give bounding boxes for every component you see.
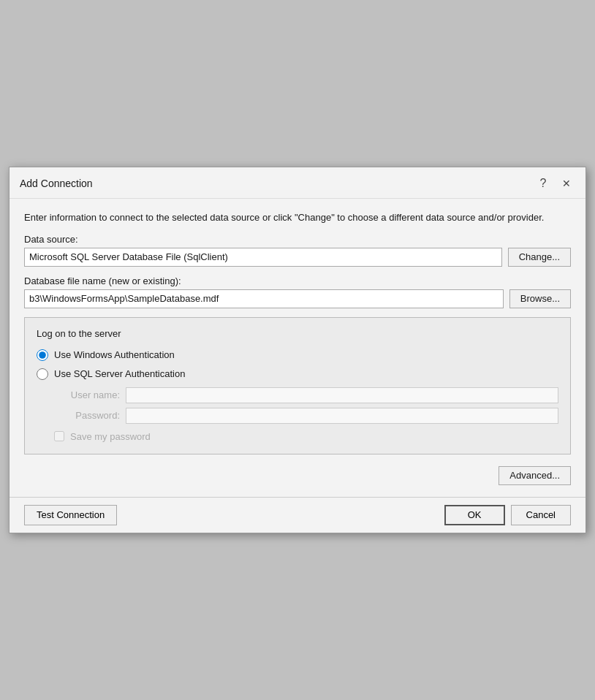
help-button[interactable]: ? <box>533 173 553 194</box>
logon-title: Log on to the server <box>37 328 558 339</box>
database-file-input[interactable] <box>24 289 504 308</box>
database-file-group: Database file name (new or existing): Br… <box>24 275 571 308</box>
cancel-button[interactable]: Cancel <box>511 505 571 525</box>
title-bar: Add Connection ? ✕ <box>10 167 585 199</box>
sql-auth-radio[interactable] <box>37 368 48 380</box>
sql-auth-fields: User name: Password: <box>54 387 558 424</box>
save-password-checkbox[interactable] <box>54 431 64 441</box>
change-button[interactable]: Change... <box>508 248 571 267</box>
footer-right-buttons: OK Cancel <box>444 505 571 525</box>
test-connection-button[interactable]: Test Connection <box>24 505 117 525</box>
windows-auth-row[interactable]: Use Windows Authentication <box>37 349 558 361</box>
title-bar-right: ? ✕ <box>533 173 577 194</box>
dialog-footer: Test Connection OK Cancel <box>10 497 585 533</box>
ok-button[interactable]: OK <box>444 505 505 525</box>
save-password-label: Save my password <box>70 431 151 442</box>
password-label: Password: <box>54 410 120 421</box>
advanced-button[interactable]: Advanced... <box>499 466 571 485</box>
logon-group: Log on to the server Use Windows Authent… <box>24 317 571 454</box>
browse-button[interactable]: Browse... <box>509 289 571 308</box>
username-row: User name: <box>54 387 558 403</box>
title-bar-left: Add Connection <box>20 178 93 189</box>
password-row: Password: <box>54 408 558 424</box>
data-source-input[interactable] <box>24 248 502 267</box>
add-connection-dialog: Add Connection ? ✕ Enter information to … <box>9 167 586 533</box>
data-source-row: Change... <box>24 248 571 267</box>
database-file-row: Browse... <box>24 289 571 308</box>
close-button[interactable]: ✕ <box>556 173 577 194</box>
username-label: User name: <box>54 389 120 400</box>
windows-auth-label: Use Windows Authentication <box>54 349 175 360</box>
database-file-label: Database file name (new or existing): <box>24 275 571 286</box>
password-input[interactable] <box>126 408 558 424</box>
username-input[interactable] <box>126 387 558 403</box>
dialog-body: Enter information to connect to the sele… <box>10 199 585 497</box>
windows-auth-radio[interactable] <box>37 349 48 361</box>
sql-auth-row[interactable]: Use SQL Server Authentication <box>37 368 558 380</box>
data-source-label: Data source: <box>24 234 571 245</box>
description-text: Enter information to connect to the sele… <box>24 210 571 225</box>
dialog-title: Add Connection <box>20 178 93 189</box>
data-source-group: Data source: Change... <box>24 234 571 267</box>
save-password-row: Save my password <box>54 431 558 442</box>
advanced-row: Advanced... <box>24 463 571 485</box>
sql-auth-label: Use SQL Server Authentication <box>54 368 185 379</box>
